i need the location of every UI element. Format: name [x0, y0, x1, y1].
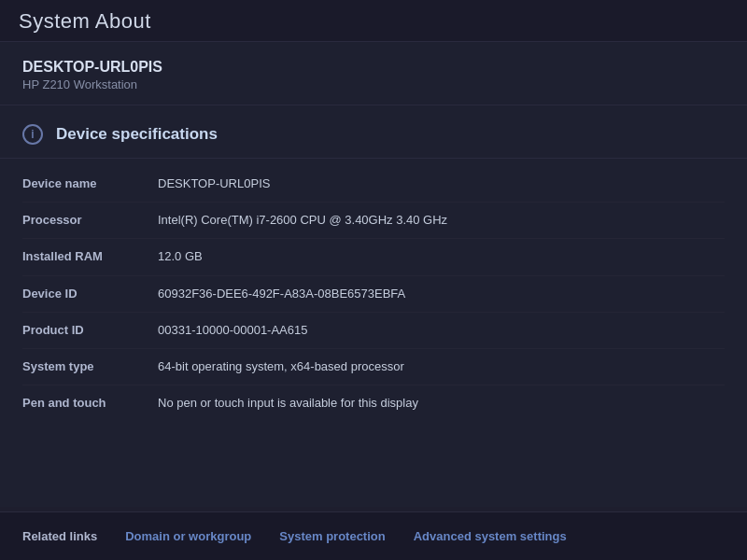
spec-label-pen-touch: Pen and touch: [22, 395, 158, 410]
specs-table: Device name DESKTOP-URL0PIS Processor In…: [0, 159, 747, 440]
section-icon-text: i: [31, 128, 34, 141]
spec-value-pen-touch: No pen or touch input is available for t…: [158, 395, 725, 412]
main-content: DESKTOP-URL0PIS HP Z210 Workstation i De…: [0, 42, 747, 507]
spec-value-device-name: DESKTOP-URL0PIS: [158, 175, 725, 192]
spec-value-processor: Intel(R) Core(TM) i7-2600 CPU @ 3.40GHz …: [158, 212, 725, 229]
spec-row-device-name: Device name DESKTOP-URL0PIS: [22, 166, 725, 203]
spec-value-device-id: 60932F36-DEE6-492F-A83A-08BE6573EBFA: [158, 286, 725, 302]
spec-row-processor: Processor Intel(R) Core(TM) i7-2600 CPU …: [22, 203, 725, 239]
device-header: DESKTOP-URL0PIS HP Z210 Workstation: [0, 42, 747, 105]
spec-label-processor: Processor: [22, 212, 158, 227]
spec-value-installed-ram: 12.0 GB: [158, 248, 725, 265]
spec-value-system-type: 64-bit operating system, x64-based proce…: [158, 358, 725, 375]
section-icon: i: [22, 124, 43, 145]
section-header: i Device specifications: [0, 105, 747, 159]
top-bar: System About: [0, 0, 747, 42]
bottom-bar: Related links Domain or workgroup System…: [0, 511, 747, 560]
spec-label-device-name: Device name: [22, 175, 158, 190]
spec-label-system-type: System type: [22, 358, 158, 373]
device-hostname: DESKTOP-URL0PIS: [22, 59, 725, 76]
advanced-system-settings-link[interactable]: Advanced system settings: [414, 529, 567, 543]
domain-workgroup-link[interactable]: Domain or workgroup: [125, 529, 251, 543]
spec-row-installed-ram: Installed RAM 12.0 GB: [22, 239, 725, 275]
spec-row-system-type: System type 64-bit operating system, x64…: [22, 349, 725, 385]
spec-label-installed-ram: Installed RAM: [22, 248, 158, 263]
spec-row-pen-touch: Pen and touch No pen or touch input is a…: [22, 385, 725, 421]
device-model: HP Z210 Workstation: [22, 77, 725, 91]
section-title: Device specifications: [56, 125, 218, 144]
spec-row-product-id: Product ID 00331-10000-00001-AA615: [22, 313, 725, 349]
spec-value-product-id: 00331-10000-00001-AA615: [158, 322, 725, 339]
spec-label-product-id: Product ID: [22, 322, 158, 337]
related-links-label: Related links: [22, 529, 97, 543]
spec-row-device-id: Device ID 60932F36-DEE6-492F-A83A-08BE65…: [22, 276, 725, 313]
top-bar-title: System About: [19, 9, 151, 33]
system-protection-link[interactable]: System protection: [279, 529, 385, 543]
spec-label-device-id: Device ID: [22, 286, 158, 301]
